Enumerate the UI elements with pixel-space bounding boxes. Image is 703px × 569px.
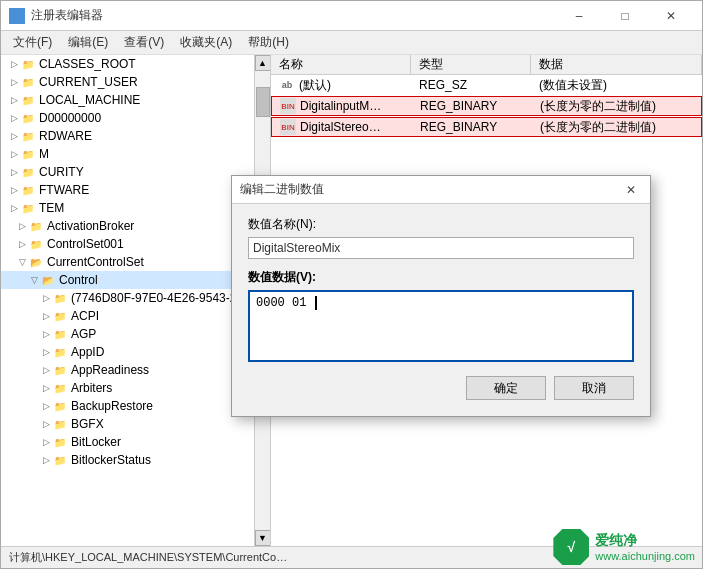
- app-icon: [9, 8, 25, 24]
- value-row-default[interactable]: ab (默认) REG_SZ (数值未设置): [271, 75, 702, 95]
- folder-icon: 📁: [21, 111, 35, 125]
- tree-item-m[interactable]: ▷ 📁 M: [1, 145, 254, 163]
- scroll-thumb[interactable]: [256, 87, 270, 117]
- main-content: ▷ 📁 CLASSES_ROOT ▷ 📁 CURRENT_USER ▷ 📁: [1, 55, 702, 546]
- tree-item-tem[interactable]: ▷ 📁 TEM: [1, 199, 254, 217]
- tree-item-current-user[interactable]: ▷ 📁 CURRENT_USER: [1, 73, 254, 91]
- folder-icon: 📁: [53, 453, 67, 467]
- dialog-body: 数值名称(N): 数值数据(V): 0000 01 确定 取消: [232, 204, 650, 416]
- tree-item-rdware[interactable]: ▷ 📁 RDWARE: [1, 127, 254, 145]
- folder-icon: 📁: [53, 381, 67, 395]
- folder-icon: 📁: [21, 183, 35, 197]
- expand-icon: ▷: [41, 383, 51, 393]
- tree-item-controlset001[interactable]: ▷ 📁 ControlSet001: [1, 235, 254, 253]
- value-data-digitalinput: (长度为零的二进制值): [532, 97, 701, 116]
- tree-item-bgfx[interactable]: ▷ 📁 BGFX: [1, 415, 254, 433]
- svg-rect-2: [11, 17, 16, 22]
- name-input[interactable]: [248, 237, 634, 259]
- tree-item-arbiters[interactable]: ▷ 📁 Arbiters: [1, 379, 254, 397]
- tree-item-d0[interactable]: ▷ 📁 D00000000: [1, 109, 254, 127]
- expand-icon: ▷: [9, 203, 19, 213]
- folder-icon: 📁: [53, 417, 67, 431]
- maximize-button[interactable]: □: [602, 1, 648, 31]
- folder-icon: 📁: [21, 165, 35, 179]
- folder-icon: 📁: [21, 57, 35, 71]
- value-type-default: REG_SZ: [411, 77, 531, 93]
- col-header-type: 类型: [411, 55, 531, 74]
- status-text: 计算机\HKEY_LOCAL_MACHINE\SYSTEM\CurrentCo…: [9, 550, 287, 565]
- tree-content[interactable]: ▷ 📁 CLASSES_ROOT ▷ 📁 CURRENT_USER ▷ 📁: [1, 55, 254, 546]
- expand-icon: ▷: [9, 149, 19, 159]
- expand-icon: ▷: [41, 365, 51, 375]
- scroll-down-button[interactable]: ▼: [255, 530, 271, 546]
- folder-icon: 📁: [53, 327, 67, 341]
- expand-icon: ▷: [9, 113, 19, 123]
- value-row-digitalinput[interactable]: BIN DigitalinputM… REG_BINARY (长度为零的二进制值…: [271, 96, 702, 116]
- folder-icon: 📁: [53, 345, 67, 359]
- tree-item-control[interactable]: ▽ 📂 Control: [1, 271, 254, 289]
- tree-item-appid[interactable]: ▷ 📁 AppID: [1, 343, 254, 361]
- value-name-digitalstereo: BIN DigitalStereo…: [272, 118, 412, 136]
- tree-item-curity[interactable]: ▷ 📁 CURITY: [1, 163, 254, 181]
- expand-icon: ▷: [41, 455, 51, 465]
- ok-button[interactable]: 确定: [466, 376, 546, 400]
- value-type-digitalstereo: REG_BINARY: [412, 119, 532, 135]
- expand-icon: ▷: [41, 419, 51, 429]
- tree-item-bitlockerstatus[interactable]: ▷ 📁 BitlockerStatus: [1, 451, 254, 469]
- col-header-name: 名称: [271, 55, 411, 74]
- value-row-digitalstereo[interactable]: BIN DigitalStereo… REG_BINARY (长度为零的二进制值…: [271, 117, 702, 137]
- scroll-up-button[interactable]: ▲: [255, 55, 271, 71]
- folder-icon: 📁: [21, 201, 35, 215]
- expand-icon: ▷: [17, 239, 27, 249]
- expand-icon: ▷: [9, 185, 19, 195]
- tree-item-bitlocker[interactable]: ▷ 📁 BitLocker: [1, 433, 254, 451]
- value-data-default: (数值未设置): [531, 76, 702, 95]
- expand-icon: ▽: [29, 275, 39, 285]
- binary-icon: BIN: [280, 98, 296, 114]
- col-header-data: 数据: [531, 55, 702, 74]
- value-type-digitalinput: REG_BINARY: [412, 98, 532, 114]
- cancel-button[interactable]: 取消: [554, 376, 634, 400]
- expand-icon: ▷: [41, 329, 51, 339]
- tree-item-backuprestore[interactable]: ▷ 📁 BackupRestore: [1, 397, 254, 415]
- dialog-titlebar: 编辑二进制数值 ✕: [232, 176, 650, 204]
- tree-item-classes-root[interactable]: ▷ 📁 CLASSES_ROOT: [1, 55, 254, 73]
- window-title: 注册表编辑器: [31, 7, 556, 24]
- folder-icon: 📁: [53, 291, 67, 305]
- expand-icon: ▷: [41, 311, 51, 321]
- folder-icon: 📁: [29, 237, 43, 251]
- data-section-label: 数值数据(V):: [248, 269, 634, 286]
- close-button[interactable]: ✕: [648, 1, 694, 31]
- data-input-area[interactable]: 0000 01: [248, 290, 634, 362]
- folder-icon: 📁: [53, 435, 67, 449]
- tree-item-currentcontrolset[interactable]: ▽ 📂 CurrentControlSet: [1, 253, 254, 271]
- value-data-digitalstereo: (长度为零的二进制值): [532, 118, 701, 137]
- dialog-footer: 确定 取消: [248, 372, 634, 408]
- value-name-default: ab (默认): [271, 76, 411, 95]
- name-label: 数值名称(N):: [248, 216, 634, 233]
- tree-item-appreadiness[interactable]: ▷ 📁 AppReadiness: [1, 361, 254, 379]
- tree-item-ftware[interactable]: ▷ 📁 FTWARE: [1, 181, 254, 199]
- menu-view[interactable]: 查看(V): [116, 32, 172, 53]
- expand-icon: ▷: [41, 437, 51, 447]
- window-controls: – □ ✕: [556, 1, 694, 31]
- minimize-button[interactable]: –: [556, 1, 602, 31]
- expand-icon: ▽: [17, 257, 27, 267]
- tree-item-activation[interactable]: ▷ 📁 ActivationBroker: [1, 217, 254, 235]
- dialog-close-button[interactable]: ✕: [620, 179, 642, 201]
- tree-item-7746[interactable]: ▷ 📁 (7746D80F-97E0-4E26-9543-26B41FC…: [1, 289, 254, 307]
- menu-help[interactable]: 帮助(H): [240, 32, 297, 53]
- menu-edit[interactable]: 编辑(E): [60, 32, 116, 53]
- tree-item-acpi[interactable]: ▷ 📁 ACPI: [1, 307, 254, 325]
- menu-file[interactable]: 文件(F): [5, 32, 60, 53]
- expand-icon: ▷: [17, 221, 27, 231]
- tree-item-agp[interactable]: ▷ 📁 AGP: [1, 325, 254, 343]
- folder-icon: 📁: [53, 309, 67, 323]
- tree-item-local-machine[interactable]: ▷ 📁 LOCAL_MACHINE: [1, 91, 254, 109]
- folder-icon: 📁: [21, 147, 35, 161]
- menu-favorites[interactable]: 收藏夹(A): [172, 32, 240, 53]
- watermark-logo: √: [553, 529, 589, 565]
- main-window: 注册表编辑器 – □ ✕ 文件(F) 编辑(E) 查看(V) 收藏夹(A) 帮助…: [0, 0, 703, 569]
- folder-icon: 📁: [21, 75, 35, 89]
- expand-icon: ▷: [41, 347, 51, 357]
